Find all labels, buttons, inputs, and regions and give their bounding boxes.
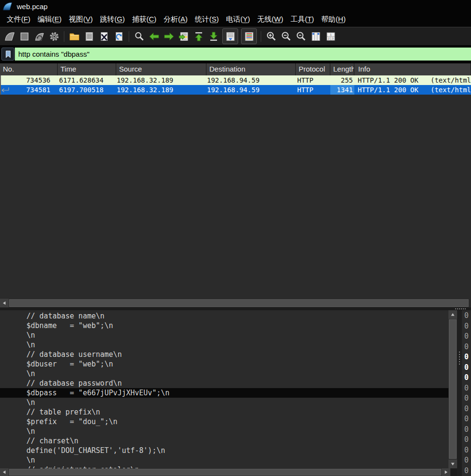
zoom-out-button[interactable] xyxy=(278,29,293,44)
menu-edit[interactable]: 编辑(E) xyxy=(37,15,61,24)
detail-vscrollbar[interactable] xyxy=(448,310,457,468)
zoom-normal-button[interactable] xyxy=(293,29,308,44)
bytes-row[interactable]: 0 xyxy=(464,466,469,475)
bytes-row[interactable]: 0 xyxy=(464,446,469,454)
open-file-button[interactable] xyxy=(67,29,82,44)
packet-row-734536[interactable]: 7345366171.628634192.168.32.189192.168.9… xyxy=(0,75,471,85)
colorize-button[interactable] xyxy=(241,28,257,44)
bytes-row[interactable]: 0 xyxy=(464,384,469,392)
filter-text: http contains "dbpass" xyxy=(18,50,89,58)
detail-line[interactable]: \n xyxy=(0,369,448,378)
detail-line[interactable]: // charset\n xyxy=(0,436,448,446)
restart-capture-button[interactable] xyxy=(32,29,47,44)
column-header-source[interactable]: Source xyxy=(116,63,206,75)
go-first-button[interactable] xyxy=(191,29,206,44)
close-file-button[interactable] xyxy=(97,29,111,44)
detail-line[interactable]: // table prefix\n xyxy=(0,407,448,417)
menu-help[interactable]: 帮助(H) xyxy=(321,15,346,24)
packet-bytes-pane[interactable]: 0000000000000000 xyxy=(462,310,471,476)
column-header-time[interactable]: Time xyxy=(58,63,116,75)
bytes-row[interactable]: 0 xyxy=(464,311,469,320)
menu-file[interactable]: 文件(F) xyxy=(7,15,30,24)
detail-line[interactable]: \n xyxy=(0,427,448,436)
scroll-left-button[interactable] xyxy=(0,299,9,307)
packet-list-hscrollbar[interactable] xyxy=(0,299,471,307)
menu-wireless[interactable]: 无线(W) xyxy=(257,15,283,24)
menu-go[interactable]: 跳转(G) xyxy=(100,15,125,24)
stop-capture-button[interactable] xyxy=(17,29,32,44)
bytes-row[interactable]: 0 xyxy=(464,373,469,382)
filter-bookmark-button[interactable] xyxy=(1,48,14,61)
toolbar-separator xyxy=(64,31,64,42)
detail-line[interactable]: \n xyxy=(0,398,448,407)
bytes-row[interactable]: 0 xyxy=(464,404,469,413)
auto-scroll-button[interactable] xyxy=(222,28,238,44)
bytes-row[interactable]: 0 xyxy=(464,415,469,423)
bytes-row[interactable]: 0 xyxy=(464,332,469,341)
bytes-row[interactable]: 0 xyxy=(464,322,469,330)
detail-line[interactable]: \n xyxy=(0,330,448,340)
scroll-thumb[interactable] xyxy=(449,319,457,459)
detail-line[interactable]: define('DOU_CHARSET','utf-8');\n xyxy=(0,446,448,455)
bytes-row[interactable]: 0 xyxy=(464,342,469,351)
menu-view[interactable]: 视图(V) xyxy=(69,15,93,24)
detail-line[interactable]: $dbuser = "web";\n xyxy=(0,359,448,369)
column-header-no[interactable]: No. xyxy=(0,63,58,75)
scroll-left-button[interactable] xyxy=(0,468,9,476)
resize-columns-button[interactable] xyxy=(308,29,323,44)
wireshark-logo-icon xyxy=(2,1,13,11)
bytes-row[interactable]: 0 xyxy=(464,435,469,444)
scroll-thumb[interactable] xyxy=(9,299,469,307)
related-packet-arrow-icon xyxy=(1,87,11,95)
column-header-info[interactable]: Info xyxy=(355,63,471,75)
bytes-row[interactable]: 0 xyxy=(464,456,469,464)
detail-line[interactable]: $dbname = "web";\n xyxy=(0,321,448,330)
toolbar-separator xyxy=(261,31,261,42)
menu-statistics[interactable]: 统计(S) xyxy=(195,15,219,24)
bytes-row[interactable]: 0 xyxy=(464,394,469,403)
find-packet-icon xyxy=(133,31,145,42)
detail-line[interactable]: \n xyxy=(0,455,448,465)
bytes-row[interactable]: 0 xyxy=(464,425,469,434)
go-to-packet-icon xyxy=(178,31,190,42)
column-header-length[interactable]: Length xyxy=(330,63,354,75)
go-forward-button[interactable] xyxy=(161,29,176,44)
menu-telephony[interactable]: 电话(Y) xyxy=(226,15,250,24)
detail-line[interactable]: // database username\n xyxy=(0,350,448,359)
find-packet-button[interactable] xyxy=(132,29,146,44)
detail-line[interactable]: // database name\n xyxy=(0,311,448,321)
display-filter-input[interactable]: http contains "dbpass" xyxy=(15,48,471,61)
scroll-right-button[interactable] xyxy=(442,468,450,476)
reload-file-button[interactable] xyxy=(111,29,126,44)
bytes-pane-splitter[interactable] xyxy=(457,310,462,476)
menu-analyze[interactable]: 分析(A) xyxy=(164,15,188,24)
bytes-row[interactable]: 0 xyxy=(464,363,469,372)
column-header-protocol[interactable]: Protocol xyxy=(296,63,330,75)
menu-tools[interactable]: 工具(T) xyxy=(290,15,314,24)
detail-line[interactable]: $prefix = "dou_";\n xyxy=(0,417,448,427)
menu-capture[interactable]: 捕获(C) xyxy=(132,15,157,24)
scroll-thumb[interactable] xyxy=(9,469,441,476)
detail-line[interactable]: // administrator catalog\n xyxy=(0,465,448,468)
packet-list: 7345366171.628634192.168.32.189192.168.9… xyxy=(0,75,471,95)
scroll-up-button[interactable] xyxy=(448,310,457,319)
go-last-button[interactable] xyxy=(206,29,221,44)
packet-row-734581[interactable]: 7345816197.700518192.168.32.189192.168.9… xyxy=(0,85,471,95)
detail-hscrollbar[interactable] xyxy=(0,468,450,476)
bookmark-icon xyxy=(4,50,12,59)
packet-list-empty-area xyxy=(0,95,471,299)
svg-text:2: 2 xyxy=(328,37,330,40)
go-back-button[interactable] xyxy=(146,29,161,44)
detail-line[interactable]: \n xyxy=(0,340,448,350)
go-to-packet-button[interactable] xyxy=(176,29,191,44)
column-header-destination[interactable]: Destination xyxy=(206,63,296,75)
detail-line-selected[interactable]: $dbpass = "e667jUPvJjXHvEUv";\n xyxy=(0,388,448,398)
layout-button[interactable]: 123 xyxy=(323,29,338,44)
detail-line[interactable]: // database password\n xyxy=(0,378,448,388)
scroll-down-button[interactable] xyxy=(448,460,457,468)
capture-options-button[interactable] xyxy=(47,29,61,44)
start-capture-button[interactable] xyxy=(2,29,17,44)
zoom-in-button[interactable] xyxy=(264,29,278,44)
bytes-row[interactable]: 0 xyxy=(464,353,469,361)
save-file-button[interactable] xyxy=(82,29,97,44)
